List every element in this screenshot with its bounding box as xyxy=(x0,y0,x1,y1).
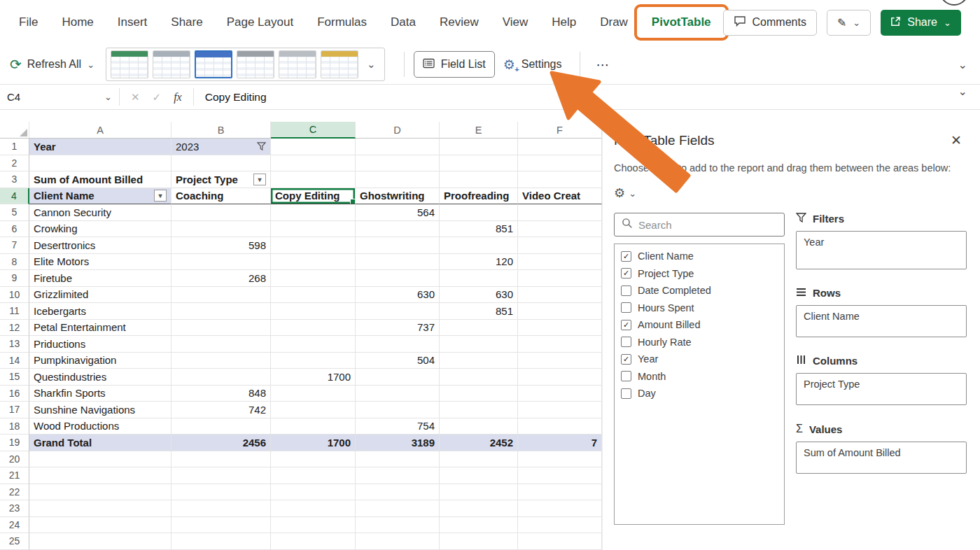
column-header-F[interactable]: F xyxy=(518,122,602,139)
field-item-amount-billed[interactable]: ✓Amount Billed xyxy=(615,316,784,334)
row-header-15[interactable]: 15 xyxy=(0,369,29,386)
row-header-22[interactable]: 22 xyxy=(0,484,29,501)
values-drop-zone[interactable]: Sum of Amount Billed xyxy=(796,442,967,474)
cell-D1[interactable] xyxy=(356,139,440,155)
enter-icon[interactable]: ✓ xyxy=(153,91,162,104)
cell-A14[interactable]: Pumpkinavigation xyxy=(29,353,172,369)
cell-F3[interactable] xyxy=(518,171,602,188)
cell-C11[interactable] xyxy=(271,303,356,320)
cell-E8[interactable]: 120 xyxy=(440,254,518,271)
cell-B17[interactable]: 742 xyxy=(172,402,271,418)
field-item-year[interactable]: ✓Year xyxy=(615,351,784,368)
cell-F15[interactable] xyxy=(518,369,602,386)
cell-D9[interactable] xyxy=(356,270,440,287)
pivot-style-thumbnail[interactable] xyxy=(279,50,316,78)
row-header-5[interactable]: 5 xyxy=(0,204,29,221)
more-commands-button[interactable]: ⋯ xyxy=(589,57,617,73)
cell-E13[interactable] xyxy=(440,336,518,353)
name-box[interactable]: C4 ⌄ xyxy=(0,85,119,109)
cell-F9[interactable] xyxy=(518,270,602,287)
filter-funnel-icon[interactable] xyxy=(257,142,266,150)
cell-F25[interactable] xyxy=(518,533,602,550)
cell-D25[interactable] xyxy=(356,533,440,550)
cell-B15[interactable] xyxy=(172,369,271,386)
cell-B7[interactable]: 598 xyxy=(172,237,271,254)
area-field-pill[interactable]: Sum of Amount Billed xyxy=(804,447,959,458)
row-header-25[interactable]: 25 xyxy=(0,533,29,550)
checkbox-unchecked[interactable] xyxy=(621,388,631,399)
cell-B22[interactable] xyxy=(172,484,271,501)
cell-E24[interactable] xyxy=(440,517,518,534)
cell-A11[interactable]: Icebergarts xyxy=(29,303,172,320)
cell-E25[interactable] xyxy=(440,533,518,550)
row-header-3[interactable]: 3 xyxy=(0,171,29,188)
rows-drop-zone[interactable]: Client Name xyxy=(796,305,967,337)
cell-B6[interactable] xyxy=(172,221,271,238)
cell-F20[interactable] xyxy=(518,451,602,468)
cell-D11[interactable] xyxy=(356,303,440,320)
cell-B19[interactable]: 2456 xyxy=(172,435,271,451)
row-header-20[interactable]: 20 xyxy=(0,451,29,468)
menu-item-help[interactable]: Help xyxy=(540,10,588,35)
cell-E7[interactable] xyxy=(440,237,518,254)
pivot-style-thumbnail[interactable] xyxy=(153,50,190,78)
cell-F23[interactable] xyxy=(518,500,602,517)
cell-F2[interactable] xyxy=(518,155,602,172)
cell-E6[interactable]: 851 xyxy=(440,221,518,238)
cell-B21[interactable] xyxy=(172,467,271,484)
pane-options-button[interactable]: ⚙ ⌄ xyxy=(614,185,966,201)
settings-button[interactable]: ⚙ Settings xyxy=(495,51,570,78)
filters-drop-zone[interactable]: Year xyxy=(796,231,967,269)
cell-E20[interactable] xyxy=(440,451,518,468)
field-item-client-name[interactable]: ✓Client Name xyxy=(615,248,784,265)
cell-D8[interactable] xyxy=(356,254,440,271)
cell-C4[interactable]: Copy Editing xyxy=(271,188,356,205)
cell-E12[interactable] xyxy=(440,320,518,337)
cell-C5[interactable] xyxy=(271,204,356,221)
row-header-7[interactable]: 7 xyxy=(0,237,29,254)
cell-E23[interactable] xyxy=(440,500,518,517)
cell-D10[interactable]: 630 xyxy=(356,287,440,304)
cell-D13[interactable] xyxy=(356,336,440,353)
cell-C19[interactable]: 1700 xyxy=(271,435,356,451)
field-item-hourly-rate[interactable]: Hourly Rate xyxy=(615,334,784,351)
pen-mode-button[interactable]: ✎ ⌄ xyxy=(827,10,871,36)
cell-E14[interactable] xyxy=(440,353,518,369)
cell-D7[interactable] xyxy=(356,237,440,254)
cell-C10[interactable] xyxy=(271,287,356,304)
cell-D3[interactable] xyxy=(356,171,440,188)
cell-F8[interactable] xyxy=(518,254,602,271)
pivot-style-thumbnail[interactable] xyxy=(237,50,274,78)
cell-F12[interactable] xyxy=(518,320,602,337)
cell-D18[interactable]: 754 xyxy=(356,418,440,435)
cell-B3[interactable]: Project Type▾ xyxy=(172,171,271,188)
pivot-style-thumbnail[interactable] xyxy=(111,50,148,78)
cell-F13[interactable] xyxy=(518,336,602,353)
cell-B25[interactable] xyxy=(172,533,271,550)
row-header-9[interactable]: 9 xyxy=(0,270,29,287)
checkbox-checked[interactable]: ✓ xyxy=(621,354,631,365)
column-header-A[interactable]: A xyxy=(29,122,172,139)
cell-A6[interactable]: Crowking xyxy=(29,221,172,238)
row-header-8[interactable]: 8 xyxy=(0,254,29,271)
menu-item-home[interactable]: Home xyxy=(50,10,105,35)
field-item-hours-spent[interactable]: Hours Spent xyxy=(615,299,784,317)
cell-A24[interactable] xyxy=(29,517,172,534)
cell-D21[interactable] xyxy=(356,467,440,484)
cell-E15[interactable] xyxy=(440,369,518,386)
cell-E2[interactable] xyxy=(440,155,518,172)
cell-B1[interactable]: 2023 xyxy=(172,139,271,155)
checkbox-unchecked[interactable] xyxy=(621,371,631,381)
cell-B8[interactable] xyxy=(172,254,271,271)
cell-B16[interactable]: 848 xyxy=(172,386,271,402)
area-field-pill[interactable]: Client Name xyxy=(804,311,959,322)
cell-A10[interactable]: Grizzlimited xyxy=(29,287,172,304)
cell-A8[interactable]: Elite Motors xyxy=(29,254,172,271)
cell-C17[interactable] xyxy=(271,402,356,418)
row-header-10[interactable]: 10 xyxy=(0,287,29,304)
cell-F17[interactable] xyxy=(518,402,602,418)
cell-D22[interactable] xyxy=(356,484,440,501)
menu-item-data[interactable]: Data xyxy=(379,10,428,35)
pivot-style-thumbnail-selected[interactable] xyxy=(195,50,232,78)
cell-A12[interactable]: Petal Entertainment xyxy=(29,320,172,337)
